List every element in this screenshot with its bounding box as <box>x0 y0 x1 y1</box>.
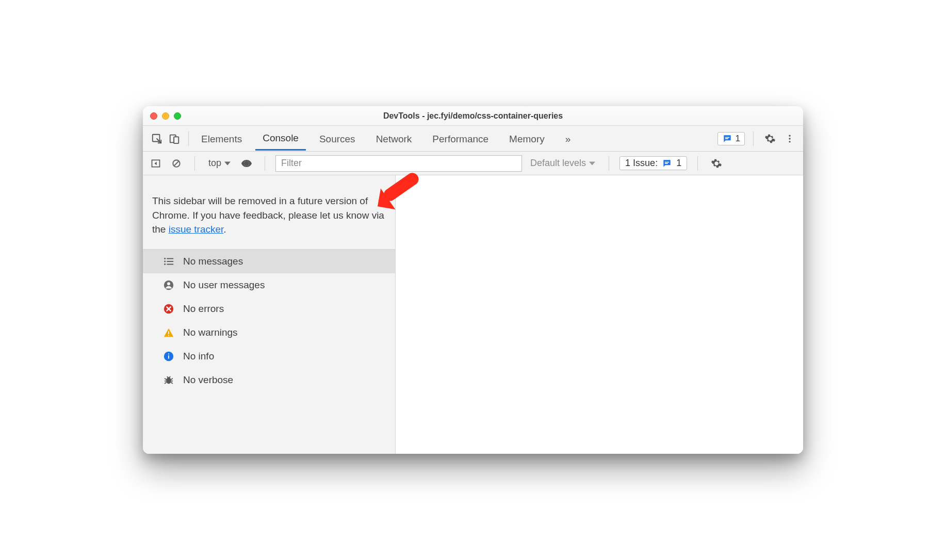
window-title: DevTools - jec.fyi/demo/css-container-qu… <box>143 111 803 121</box>
deprecation-notice: This sidebar will be removed in a future… <box>143 175 395 250</box>
chat-icon <box>722 134 732 144</box>
console-toolbar: top Default levels 1 Issue: 1 <box>143 152 803 175</box>
console-settings-icon[interactable] <box>708 155 725 172</box>
filter-label: No verbose <box>183 374 233 386</box>
settings-icon[interactable] <box>762 130 778 147</box>
separator <box>609 156 609 171</box>
levels-label: Default levels <box>530 158 586 169</box>
svg-rect-17 <box>167 258 173 259</box>
svg-point-21 <box>167 282 170 285</box>
svg-rect-24 <box>168 335 169 336</box>
svg-point-5 <box>789 135 790 136</box>
svg-rect-4 <box>725 138 728 139</box>
warning-icon <box>162 326 175 339</box>
svg-point-15 <box>164 260 166 262</box>
dropdown-triangle-icon <box>224 160 231 167</box>
tab-performance[interactable]: Performance <box>425 127 496 150</box>
console-prompt-icon: › <box>405 180 411 193</box>
console-body: This sidebar will be removed in a future… <box>143 175 803 454</box>
titlebar: DevTools - jec.fyi/demo/css-container-qu… <box>143 106 803 126</box>
svg-rect-2 <box>174 137 178 143</box>
tab-memory[interactable]: Memory <box>502 127 552 150</box>
tab-elements[interactable]: Elements <box>194 127 249 150</box>
log-levels-selector[interactable]: Default levels <box>527 158 598 169</box>
clear-console-icon[interactable] <box>169 156 184 171</box>
filter-info[interactable]: No info <box>143 344 395 368</box>
svg-rect-26 <box>168 355 169 358</box>
filter-messages[interactable]: No messages <box>143 250 395 273</box>
chat-icon <box>662 158 672 169</box>
separator <box>753 131 754 146</box>
issues-label: 1 Issue: <box>625 158 658 169</box>
context-selector[interactable]: top <box>205 157 234 170</box>
separator <box>194 156 195 171</box>
user-icon <box>162 279 175 291</box>
live-expression-icon[interactable] <box>239 156 254 171</box>
svg-rect-23 <box>168 331 169 334</box>
svg-rect-19 <box>167 263 173 265</box>
svg-rect-27 <box>168 353 169 354</box>
svg-point-11 <box>244 161 249 166</box>
info-icon <box>162 350 175 363</box>
devtools-window: DevTools - jec.fyi/demo/css-container-qu… <box>143 106 803 454</box>
maximize-window-button[interactable] <box>174 112 181 120</box>
filter-label: No warnings <box>183 327 238 338</box>
separator <box>697 156 698 171</box>
separator <box>265 156 265 171</box>
filter-label: No errors <box>183 303 224 315</box>
main-tabbar: Elements Console Sources Network Perform… <box>143 126 803 152</box>
bug-icon <box>162 374 175 386</box>
issues-chip[interactable]: 1 Issue: 1 <box>619 156 687 170</box>
filter-label: No user messages <box>183 279 265 291</box>
device-toolbar-icon[interactable] <box>166 130 183 147</box>
svg-rect-12 <box>665 161 669 162</box>
close-window-button[interactable] <box>150 112 157 120</box>
dropdown-triangle-icon <box>589 160 595 167</box>
tab-network[interactable]: Network <box>369 127 419 150</box>
sidebar-filter-list: No messages No user messages No errors <box>143 250 395 392</box>
window-controls <box>150 112 181 120</box>
issue-tracker-link[interactable]: issue tracker <box>169 224 224 235</box>
svg-point-28 <box>166 377 171 384</box>
svg-rect-18 <box>167 261 173 262</box>
error-icon <box>162 303 175 315</box>
svg-point-16 <box>164 263 166 265</box>
messages-count: 1 <box>736 134 740 144</box>
svg-point-14 <box>164 258 166 259</box>
context-label: top <box>208 158 221 169</box>
console-sidebar: This sidebar will be removed in a future… <box>143 175 396 454</box>
filter-user-messages[interactable]: No user messages <box>143 273 395 297</box>
svg-line-10 <box>174 161 179 166</box>
console-output[interactable]: › <box>396 175 803 454</box>
svg-point-7 <box>789 141 790 142</box>
tabs: Elements Console Sources Network Perform… <box>194 126 578 151</box>
list-icon <box>162 255 175 268</box>
filter-label: No info <box>183 351 214 362</box>
toggle-sidebar-icon[interactable] <box>148 156 164 171</box>
filter-errors[interactable]: No errors <box>143 297 395 321</box>
more-icon[interactable] <box>781 130 798 147</box>
messages-badge[interactable]: 1 <box>717 132 745 145</box>
svg-point-6 <box>789 138 790 139</box>
tabs-overflow-button[interactable]: » <box>558 127 578 150</box>
issues-count: 1 <box>676 158 681 169</box>
filter-input[interactable] <box>275 155 522 172</box>
filter-warnings[interactable]: No warnings <box>143 321 395 344</box>
minimize-window-button[interactable] <box>162 112 169 120</box>
inspect-element-icon[interactable] <box>148 130 166 147</box>
filter-label: No messages <box>183 256 243 267</box>
filter-verbose[interactable]: No verbose <box>143 368 395 392</box>
tab-console[interactable]: Console <box>255 126 306 151</box>
svg-rect-3 <box>725 137 729 138</box>
svg-rect-13 <box>665 163 668 164</box>
tab-sources[interactable]: Sources <box>312 127 363 150</box>
separator <box>188 131 189 146</box>
